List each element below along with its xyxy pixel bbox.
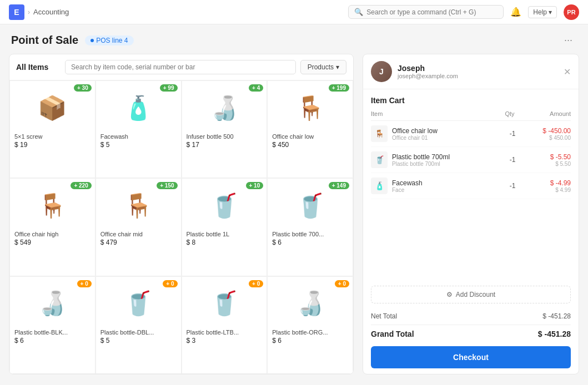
cart-item-main-price: $ -4.99: [521, 179, 571, 187]
customer-avatar-img: J: [371, 61, 392, 82]
cart-item-name: Office chair low: [392, 127, 504, 135]
product-badge: + 150: [157, 182, 177, 189]
products-filter-button[interactable]: Products ▾: [300, 60, 346, 74]
help-button[interactable]: Help ▾: [528, 6, 557, 18]
product-card-p6[interactable]: + 150 🪑 Office chair mid $ 479: [96, 178, 182, 276]
user-avatar[interactable]: PR: [564, 4, 579, 20]
cart-item[interactable]: 🧴 Facewash Face -1 $ -4.99 $ 4.99: [371, 173, 571, 199]
cart-item-main-price: $ -5.50: [521, 153, 571, 161]
product-card-p9[interactable]: + 0 🍶 Plastic bottle-BLK... $ 6: [9, 276, 96, 374]
item-search-input[interactable]: [65, 60, 296, 74]
cart-item-image: 🪑: [371, 125, 388, 142]
product-name: 5×1 screw: [14, 133, 91, 140]
add-discount-button[interactable]: ⚙ Add Discount: [371, 286, 571, 303]
product-badge: + 0: [249, 280, 263, 287]
global-search[interactable]: 🔍: [348, 5, 504, 19]
cart-item-name: Facewash: [392, 179, 504, 187]
notification-bell-icon[interactable]: 🔔: [510, 7, 521, 17]
cart-item-orig-price: $ 4.99: [521, 187, 571, 193]
product-badge: + 0: [335, 280, 349, 287]
cart-item-qty: -1: [504, 156, 521, 164]
cart-footer: ⚙ Add Discount Net Total $ -451.28 Grand…: [363, 280, 579, 374]
cart-item-name: Plastic bottle 700ml: [392, 153, 504, 161]
product-price: $ 6: [14, 337, 91, 345]
product-image: 🥤: [100, 281, 177, 326]
cart-section: Item Cart Item Qty Amount 🪑 Office chair…: [363, 89, 579, 280]
product-card-p1[interactable]: + 30 📦 5×1 screw $ 19: [9, 80, 96, 178]
cart-item-orig-price: $ 5.50: [521, 161, 571, 167]
product-name: Infuser bottle 500: [187, 133, 263, 140]
grand-total-label: Grand Total: [371, 330, 414, 338]
product-card-p2[interactable]: + 99 🧴 Facewash $ 5: [96, 80, 182, 178]
customer-name: Joseph: [398, 64, 558, 73]
product-image: 🍶: [14, 281, 91, 326]
product-image: 🍶: [187, 85, 263, 130]
product-image: 🪑: [100, 183, 177, 227]
cart-item-amounts: $ -5.50 $ 5.50: [521, 153, 571, 167]
chevron-down-icon: ▾: [336, 63, 339, 71]
main-layout: All Items Products ▾ + 30 📦 5×1 screw $ …: [0, 54, 588, 383]
product-card-p10[interactable]: + 0 🥤 Plastic bottle-DBL... $ 5: [96, 276, 182, 374]
net-total-row: Net Total $ -451.28: [371, 310, 571, 322]
cart-item[interactable]: 🥤 Plastic bottle 700ml Plastic bottle 70…: [371, 147, 571, 173]
product-card-p11[interactable]: + 0 🥤 Plastic bottle-LTB... $ 3: [182, 276, 268, 374]
cart-item-image: 🥤: [371, 151, 388, 168]
app-icon[interactable]: E: [9, 4, 24, 20]
products-toolbar: All Items Products ▾: [9, 54, 353, 80]
customer-avatar: J: [371, 61, 392, 82]
cart-col-amount: Amount: [521, 110, 571, 117]
product-image: 📦: [14, 85, 91, 130]
cart-item-sub: Face: [392, 187, 504, 193]
product-card-p4[interactable]: + 199 🪑 Office chair low $ 450: [267, 80, 353, 178]
cart-item-qty: -1: [504, 130, 521, 138]
top-navigation: E › Accounting 🔍 🔔 Help ▾ PR: [0, 0, 588, 24]
products-panel: All Items Products ▾ + 30 📦 5×1 screw $ …: [9, 54, 354, 374]
product-name: Plastic bottle-BLK...: [14, 329, 91, 336]
product-price: $ 8: [187, 239, 263, 246]
cart-item-info: Office chair low Office chair 01: [392, 127, 504, 141]
product-badge: + 220: [71, 182, 91, 189]
all-items-label: All Items: [16, 63, 61, 72]
checkout-button[interactable]: Checkout: [371, 346, 571, 368]
product-price: $ 6: [272, 337, 348, 345]
product-badge: + 149: [329, 182, 349, 189]
product-price: $ 450: [272, 141, 348, 149]
product-card-p8[interactable]: + 149 🥤 Plastic bottle 700... $ 6: [267, 178, 353, 276]
product-price: $ 5: [100, 337, 177, 345]
close-customer-button[interactable]: ✕: [564, 67, 571, 77]
product-card-p3[interactable]: + 4 🍶 Infuser bottle 500 $ 17: [182, 80, 268, 178]
product-image: 🥤: [272, 183, 348, 227]
product-price: $ 6: [272, 239, 348, 246]
breadcrumb-accounting[interactable]: Accounting: [33, 8, 69, 16]
cart-item-sub: Plastic bottle 700ml: [392, 161, 504, 167]
search-input[interactable]: [366, 8, 497, 16]
product-card-p5[interactable]: + 220 🪑 Office chair high $ 549: [9, 178, 96, 276]
product-name: Facewash: [100, 133, 177, 140]
product-image: 🧴: [100, 85, 177, 130]
product-image: 🪑: [272, 85, 348, 130]
page-title: Point of Sale: [11, 34, 78, 47]
cart-item[interactable]: 🪑 Office chair low Office chair 01 -1 $ …: [371, 121, 571, 147]
cart-col-item: Item: [371, 110, 499, 117]
product-badge: + 99: [160, 84, 178, 92]
product-name: Office chair low: [272, 133, 348, 140]
cart-title: Item Cart: [371, 96, 571, 105]
grand-total-row: Grand Total $ -451.28: [371, 325, 571, 341]
cart-item-qty: -1: [504, 182, 521, 190]
customer-header: J Joseph joseph@example.com ✕: [363, 54, 579, 89]
customer-email: joseph@example.com: [398, 73, 558, 79]
more-options-button[interactable]: ···: [560, 32, 577, 48]
net-total-value: $ -451.28: [542, 312, 571, 320]
product-price: $ 5: [100, 141, 177, 149]
breadcrumb-separator: ›: [28, 8, 30, 16]
nav-right: 🔍 🔔 Help ▾ PR: [348, 4, 579, 20]
product-image: 🥤: [187, 183, 263, 227]
cart-item-amounts: $ -450.00 $ 450.00: [521, 127, 571, 141]
pos-badge[interactable]: POS line 4: [85, 36, 133, 45]
page-header: Point of Sale POS line 4 ···: [0, 24, 588, 54]
product-price: $ 479: [100, 239, 177, 246]
product-card-p12[interactable]: + 0 🍶 Plastic bottle-ORG... $ 6: [267, 276, 353, 374]
product-card-p7[interactable]: + 10 🥤 Plastic bottle 1L $ 8: [182, 178, 268, 276]
product-name: Plastic bottle-ORG...: [272, 329, 348, 336]
product-price: $ 19: [14, 141, 91, 149]
